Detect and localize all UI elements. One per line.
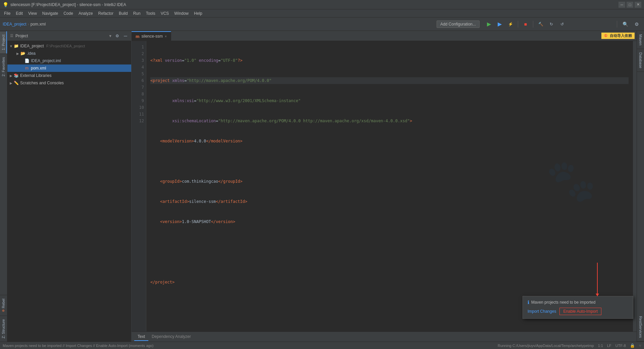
line-num-8: 8 — [132, 91, 144, 97]
menu-view[interactable]: View — [26, 9, 40, 17]
status-running: Running C:/Users/jiuyv/AppData/Local/Tem… — [498, 344, 594, 348]
run-button[interactable]: ▶ — [484, 19, 494, 29]
line-num-9: 9 — [132, 97, 144, 104]
menu-edit[interactable]: Edit — [13, 9, 26, 17]
status-position: 1:1 — [598, 344, 603, 348]
update-button[interactable]: ↻ — [547, 19, 556, 29]
tree-ext-label: External Libraries — [20, 73, 51, 78]
menu-run[interactable]: Run — [131, 9, 143, 17]
title-bar: 💡 silencessm [F:\Project\IDEA_project] -… — [0, 0, 644, 9]
rebel-tab-vertical[interactable]: ⊕ Rebel — [0, 295, 7, 315]
main-layout: 1: Project 2: Favorites ⊕ Rebel Z: Struc… — [0, 31, 644, 342]
minimize-button[interactable]: ─ — [618, 2, 625, 8]
structure-tab-vertical[interactable]: Z: Structure — [0, 315, 7, 342]
tree-root[interactable]: ▼ 📁 IDEA_project F:\Project\IDEA_project — [7, 42, 131, 50]
stop-button[interactable]: ■ — [521, 19, 530, 29]
menu-file[interactable]: File — [1, 9, 13, 17]
auto-import-label[interactable]: ① 自动导入依赖 — [601, 33, 635, 39]
auto-import-indicator: ① — [604, 34, 607, 38]
status-git-icon: ⑂ — [639, 344, 641, 348]
menu-code[interactable]: Code — [61, 9, 76, 17]
menu-refactor[interactable]: Refactor — [96, 9, 116, 17]
tab-dependency-analyzer[interactable]: Dependency Analyzer — [148, 333, 194, 341]
database-tab-vertical[interactable]: Database — [637, 49, 644, 72]
menu-help[interactable]: Help — [191, 9, 205, 17]
toolbar: IDEA_project › pom.xml Add Configuration… — [0, 17, 644, 31]
close-button[interactable]: ✕ — [635, 2, 641, 8]
tree-root-label: IDEA_project F:\Project\IDEA_project — [20, 44, 85, 48]
line-num-12: 12 — [132, 118, 144, 124]
maven-tab-vertical[interactable]: Maven — [637, 31, 644, 49]
tree-idea-icon: 📂 — [20, 51, 26, 56]
breadcrumb-project[interactable]: IDEA_project — [3, 22, 27, 27]
editor-tabs: m silence-ssm × — [132, 31, 637, 41]
search-everywhere-button[interactable]: 🔍 — [621, 19, 630, 29]
code-editor: 🐾 1 2 3 4 5 6 7 8 9 10 11 12 <?xml versi… — [132, 41, 637, 332]
code-line-5: <modelVersion>4.0.0</modelVersion> — [150, 138, 629, 144]
build-button[interactable]: 🔨 — [536, 19, 545, 29]
project-panel-header: ☰ Project ▼ ⚙ ─ — [7, 31, 131, 41]
reload-button[interactable]: ↺ — [557, 19, 567, 29]
tab-text[interactable]: Text — [134, 333, 148, 341]
project-settings-button[interactable]: ⚙ — [114, 33, 120, 39]
code-line-4: xsi:schemaLocation="http://maven.apache.… — [150, 118, 629, 124]
title-bar-left: 💡 silencessm [F:\Project\IDEA_project] -… — [3, 2, 126, 7]
settings-button[interactable]: ⚙ — [632, 19, 641, 29]
left-tool-tabs: 1: Project 2: Favorites ⊕ Rebel Z: Struc… — [0, 31, 7, 342]
menu-tools[interactable]: Tools — [143, 9, 158, 17]
toolbar-sep-3 — [617, 21, 617, 28]
editor-area: m silence-ssm × 🐾 1 2 3 4 5 6 7 8 9 10 — [132, 31, 637, 342]
menu-build[interactable]: Build — [116, 9, 131, 17]
import-changes-link[interactable]: Import Changes — [528, 309, 556, 314]
project-tab-vertical[interactable]: 1: Project — [0, 31, 7, 53]
editor-scrollbar[interactable] — [633, 41, 637, 332]
line-numbers: 1 2 3 4 5 6 7 8 9 10 11 12 — [132, 41, 146, 332]
status-encoding[interactable]: UTF-8 — [615, 344, 626, 348]
run-with-coverage-button[interactable]: ⚡ — [506, 19, 515, 29]
window-title: silencessm [F:\Project\IDEA_project] - s… — [10, 2, 126, 7]
breadcrumb-separator: › — [28, 22, 29, 27]
line-num-6: 6 — [132, 77, 144, 84]
line-num-10: 10 — [132, 104, 144, 111]
code-line-7: <groupId>com.thinkingcao</groupId> — [150, 178, 629, 185]
line-num-7: 7 — [132, 84, 144, 91]
add-configuration-button[interactable]: Add Configuration... — [437, 20, 480, 28]
tree-root-arrow: ▼ — [9, 44, 13, 48]
editor-tab-pom[interactable]: m silence-ssm × — [132, 31, 171, 41]
debug-button[interactable]: ▶ — [495, 19, 504, 29]
project-minimize-button[interactable]: ─ — [122, 33, 129, 39]
tree-scratches[interactable]: ▶ ✏️ Scratches and Consoles — [7, 79, 131, 87]
favorites-tab-vertical[interactable]: 2: Favorites — [0, 53, 7, 80]
right-tool-tabs: Maven Database RestServices — [637, 31, 644, 342]
toolbar-sep-1 — [518, 21, 518, 28]
menu-window[interactable]: Window — [171, 9, 191, 17]
title-bar-controls: ─ □ ✕ — [618, 2, 641, 8]
menu-analyze[interactable]: Analyze — [76, 9, 96, 17]
project-panel: ☰ Project ▼ ⚙ ─ ▼ 📁 IDEA_project F:\Proj… — [7, 31, 132, 342]
restservices-tab-vertical[interactable]: RestServices — [637, 313, 644, 342]
tree-iml-icon: 📄 — [24, 58, 30, 63]
tree-pom-icon: m — [24, 66, 30, 71]
menu-vcs[interactable]: VCS — [158, 9, 172, 17]
tree-ext-libs[interactable]: ▶ 📚 External Libraries — [7, 72, 131, 79]
menu-navigate[interactable]: Navigate — [40, 9, 61, 17]
tree-iml-file[interactable]: 📄 IDEA_project.iml — [7, 57, 131, 64]
tab-pom-close[interactable]: × — [165, 35, 167, 38]
code-line-10 — [150, 238, 629, 245]
line-num-4: 4 — [132, 64, 144, 71]
tree-scratches-label: Scratches and Consoles — [20, 81, 64, 85]
tab-pom-name: silence-ssm — [142, 34, 163, 39]
tab-pom-icon: m — [136, 34, 140, 39]
menu-bar: File Edit View Navigate Code Analyze Ref… — [0, 9, 644, 17]
code-content[interactable]: <?xml version="1.0" encoding="UTF-8"?> <… — [146, 41, 633, 332]
breadcrumb-file[interactable]: pom.xml — [31, 22, 46, 27]
enable-auto-import-button[interactable]: Enable Auto-Import — [559, 308, 601, 315]
line-num-2: 2 — [132, 50, 144, 57]
tree-idea-arrow: ▶ — [15, 52, 20, 55]
code-line-1: <?xml version="1.0" encoding="UTF-8"?> — [150, 57, 629, 64]
tree-pom-file[interactable]: m pom.xml — [7, 64, 131, 72]
code-line-8: <artifactId>silence-ssm</artifactId> — [150, 198, 629, 205]
tree-idea-folder[interactable]: ▶ 📂 .idea — [7, 50, 131, 57]
status-lf[interactable]: LF — [607, 344, 611, 348]
maximize-button[interactable]: □ — [627, 2, 633, 8]
